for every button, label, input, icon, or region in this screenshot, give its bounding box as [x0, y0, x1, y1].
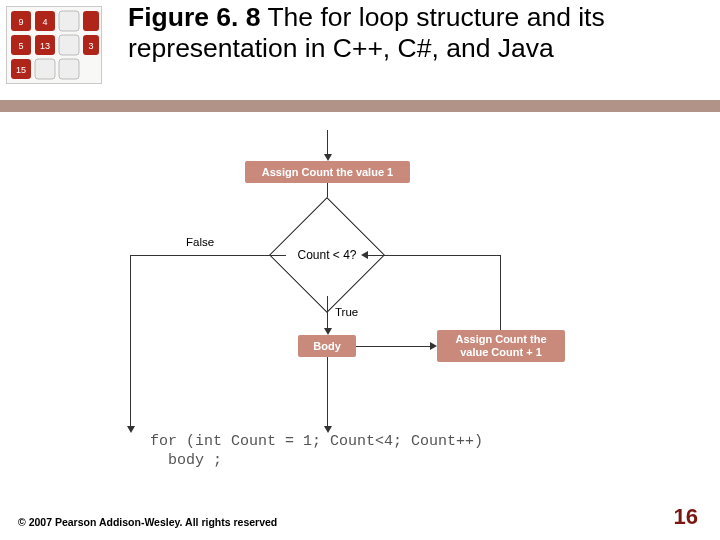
- svg-text:13: 13: [40, 41, 50, 51]
- node-label: value Count + 1: [460, 346, 542, 359]
- svg-text:3: 3: [88, 41, 93, 51]
- node-label: Count < 4?: [297, 248, 356, 262]
- figure-number: Figure 6. 8: [128, 2, 261, 32]
- book-thumbnail: 9 4 5 13 3 15: [6, 6, 102, 84]
- connector: [327, 130, 328, 154]
- code-line: for (int Count = 1; Count<4; Count++): [150, 433, 483, 450]
- copyright-footer: © 2007 Pearson Addison-Wesley. All right…: [18, 516, 277, 528]
- svg-rect-10: [35, 59, 55, 79]
- edge-label-false: False: [186, 236, 214, 248]
- arrow-down-icon: [324, 426, 332, 433]
- arrow-down-icon: [127, 426, 135, 433]
- node-body: Body: [298, 335, 356, 357]
- svg-text:15: 15: [16, 65, 26, 75]
- figure-title: Figure 6. 8 The for loop structure and i…: [128, 2, 688, 65]
- flowchart: Assign Count the value 1 Count < 4? Fals…: [70, 130, 630, 450]
- node-label: Assign Count the value 1: [262, 166, 393, 178]
- connector: [130, 255, 131, 427]
- connector: [130, 255, 286, 256]
- svg-text:4: 4: [42, 17, 47, 27]
- node-label: Body: [313, 340, 341, 352]
- connector: [356, 346, 430, 347]
- connector: [368, 255, 501, 256]
- arrow-right-icon: [430, 342, 437, 350]
- page-number: 16: [674, 504, 698, 530]
- arrow-down-icon: [324, 154, 332, 161]
- arrow-left-icon: [361, 251, 368, 259]
- node-assign-initial: Assign Count the value 1: [245, 161, 410, 183]
- connector: [327, 296, 328, 328]
- svg-text:5: 5: [18, 41, 23, 51]
- node-assign-increment: Assign Count the value Count + 1: [437, 330, 565, 362]
- node-decision: Count < 4?: [286, 214, 368, 296]
- svg-rect-11: [59, 59, 79, 79]
- code-snippet: for (int Count = 1; Count<4; Count++) bo…: [150, 433, 483, 471]
- code-line: body ;: [150, 452, 222, 469]
- svg-text:9: 9: [18, 17, 23, 27]
- node-label: Assign Count the: [455, 333, 546, 346]
- edge-label-true: True: [335, 306, 358, 318]
- svg-rect-4: [83, 11, 99, 31]
- svg-rect-3: [59, 11, 79, 31]
- connector: [327, 357, 328, 426]
- arrow-down-icon: [324, 328, 332, 335]
- connector: [500, 255, 501, 330]
- svg-rect-7: [59, 35, 79, 55]
